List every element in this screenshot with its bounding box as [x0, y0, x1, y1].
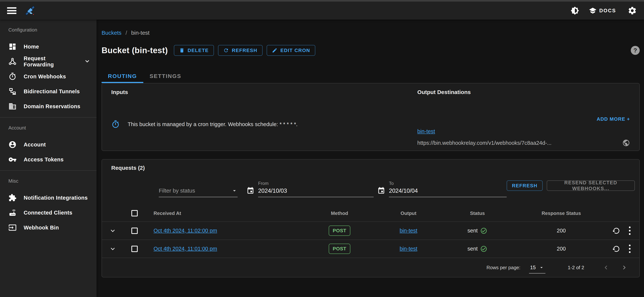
help-button[interactable]: ? [631, 46, 640, 55]
app-screen: DOCS Configuration Home Request Forwardi… [0, 0, 644, 297]
tab-routing[interactable]: ROUTING [102, 70, 143, 83]
from-date-value: 2024/10/03 [258, 187, 374, 194]
sidebar-item-bidirectional-tunnels[interactable]: Bidirectional Tunnels [0, 84, 96, 99]
expand-row-button[interactable] [102, 227, 123, 235]
request-datetime-link[interactable]: Oct 4th 2024, 11:02:00 pm [154, 228, 217, 234]
from-date-group: From 2024/10/03 [246, 181, 374, 197]
timer-icon [111, 120, 120, 129]
header-response-status: Response Status [513, 210, 610, 216]
routing-panel: Inputs This bucket is managed by a cron … [102, 83, 640, 151]
sidebar-section-configuration: Configuration Home Request Forwarding Cr… [0, 20, 96, 117]
input-icon [8, 223, 16, 232]
output-link[interactable]: bin-test [400, 228, 417, 234]
domain-icon [8, 102, 16, 110]
cron-notice-text: This bucket is managed by a cron trigger… [128, 121, 298, 127]
request-datetime-link[interactable]: Oct 4th 2024, 11:01:00 pm [154, 246, 217, 252]
previous-page-icon[interactable] [602, 264, 610, 271]
theme-toggle-icon[interactable] [570, 6, 579, 15]
pencil-icon [272, 48, 278, 53]
docs-button[interactable]: DOCS [589, 7, 616, 15]
router-icon [8, 209, 16, 217]
header-received-at: Received At [146, 210, 304, 216]
webhookrelay-logo-icon[interactable] [24, 5, 36, 17]
sidebar-item-notification-integrations[interactable]: Notification Integrations [0, 190, 96, 205]
destination-url-row: https://bin.webhookrelay.com/v1/webhooks… [418, 139, 630, 147]
breadcrumb: Buckets / bin-test [102, 30, 640, 36]
retry-icon[interactable] [612, 245, 620, 253]
sidebar-item-connected-clients[interactable]: Connected Clients [0, 205, 96, 220]
rows-per-page-select[interactable]: 15 [529, 265, 546, 273]
to-date-value: 2024/10/04 [389, 187, 507, 194]
destination-name-link[interactable]: bin-test [418, 128, 435, 135]
trash-icon [179, 48, 185, 53]
dropdown-arrow-icon [231, 187, 238, 194]
refresh-button[interactable]: REFRESH [218, 45, 262, 56]
puzzle-icon [8, 194, 16, 202]
main-content: Buckets / bin-test Bucket (bin-test) DEL… [96, 20, 644, 297]
key-icon [8, 155, 16, 164]
to-date-field[interactable]: To 2024/10/04 [389, 181, 507, 197]
sidebar-item-home[interactable]: Home [0, 39, 96, 54]
outputs-column: Output Destinations ADD MORE + bin-test … [418, 89, 630, 151]
sidebar-item-cron-webhooks[interactable]: Cron Webhooks [0, 69, 96, 84]
menu-icon[interactable] [7, 7, 16, 14]
response-status-value: 200 [513, 246, 610, 252]
rows-per-page-label: Rows per page: [486, 265, 520, 270]
sidebar-section-account: Account Account Access Tokens [0, 117, 96, 170]
requests-table: Received At Method Output Status Respons… [102, 205, 639, 258]
output-link[interactable]: bin-test [400, 246, 417, 252]
requests-refresh-button[interactable]: REFRESH [507, 180, 543, 191]
sidebar-item-domain-reservations[interactable]: Domain Reservations [0, 99, 96, 114]
from-date-field[interactable]: From 2024/10/03 [258, 181, 374, 197]
header-output: Output [375, 210, 442, 216]
expand-row-button[interactable] [102, 245, 123, 253]
cron-notice-row: This bucket is managed by a cron trigger… [111, 120, 418, 129]
pagination-bar: Rows per page: 15 1-2 of 2 [102, 258, 639, 277]
header-method: Method [304, 210, 375, 216]
retry-icon[interactable] [612, 227, 620, 235]
edit-cron-button[interactable]: EDIT CRON [267, 45, 315, 56]
check-circle-icon [480, 245, 487, 252]
row-menu-kebab-icon[interactable] [628, 244, 631, 254]
status-filter-select[interactable]: Filter by status [159, 187, 238, 197]
inputs-heading: Inputs [111, 89, 418, 95]
row-menu-kebab-icon[interactable] [628, 226, 631, 236]
status-text: sent [468, 228, 478, 234]
to-date-label: To [389, 181, 507, 186]
account-circle-icon [8, 140, 16, 149]
window-edge [0, 0, 644, 2]
table-row: Oct 4th 2024, 11:02:00 pm POST bin-test … [102, 221, 639, 239]
destination-url: https://bin.webhookrelay.com/v1/webhooks… [418, 140, 552, 146]
sidebar-item-account[interactable]: Account [0, 137, 96, 152]
row-checkbox[interactable] [131, 228, 138, 234]
dropdown-arrow-icon [539, 265, 544, 270]
sidebar-item-webhook-bin[interactable]: Webhook Bin [0, 220, 96, 235]
hub-icon [8, 58, 16, 66]
add-more-button[interactable]: ADD MORE + [597, 116, 630, 122]
sidebar-item-request-forwarding[interactable]: Request Forwarding [0, 54, 96, 69]
resend-selected-button[interactable]: RESEND SELECTED WEBHOOKS... [547, 180, 635, 191]
calendar-icon [246, 187, 254, 195]
docs-label: DOCS [599, 8, 616, 14]
from-date-label: From [258, 181, 374, 186]
status-filter-placeholder: Filter by status [159, 187, 195, 194]
requests-heading: Requests (2) [102, 165, 639, 171]
dashboard-icon [8, 43, 16, 51]
sidebar-section-label: Configuration [0, 25, 96, 39]
sidebar-item-access-tokens[interactable]: Access Tokens [0, 152, 96, 167]
calendar-icon [377, 187, 385, 195]
to-date-group: To 2024/10/04 [377, 181, 507, 197]
select-all-checkbox[interactable] [131, 210, 138, 216]
breadcrumb-current: bin-test [131, 30, 150, 36]
filter-row: Filter by status From 2024/10/03 To [102, 180, 639, 197]
tab-settings[interactable]: SETTINGS [143, 70, 188, 83]
title-row: Bucket (bin-test) DELETE REFRESH EDIT CR… [102, 45, 640, 56]
next-page-icon[interactable] [620, 264, 628, 271]
page-title: Bucket (bin-test) [102, 46, 168, 55]
chevron-down-icon [84, 58, 91, 66]
delete-button[interactable]: DELETE [174, 45, 214, 56]
settings-gear-icon[interactable] [628, 6, 637, 15]
response-status-value: 200 [513, 228, 610, 234]
breadcrumb-buckets-link[interactable]: Buckets [102, 30, 122, 36]
row-checkbox[interactable] [131, 246, 138, 252]
